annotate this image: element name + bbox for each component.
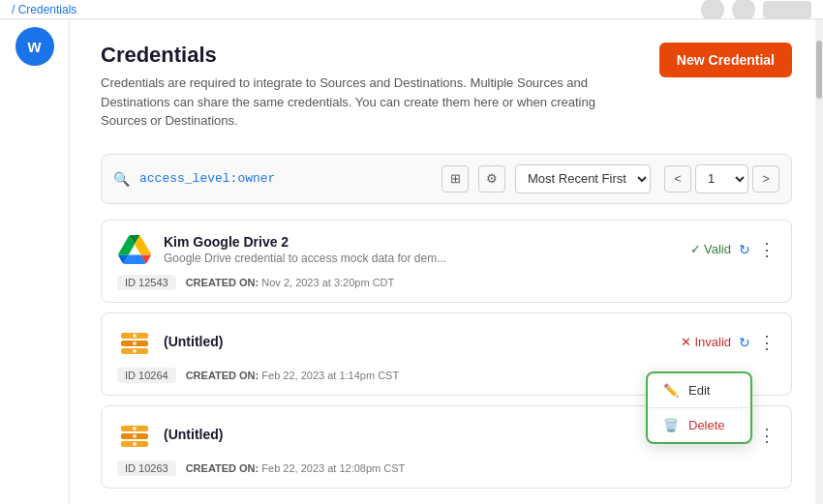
credential-description: Google Drive credential to access mock d…: [164, 252, 446, 265]
filter-icon: ⊞: [450, 171, 461, 186]
credential-id: ID 10263: [117, 460, 176, 476]
x-icon: ✕: [681, 335, 691, 349]
edit-label: Edit: [688, 383, 710, 398]
created-on: CREATED ON: Feb 22, 2023 at 1:14pm CST: [186, 370, 400, 381]
svg-point-9: [133, 427, 137, 430]
created-on: CREATED ON: Nov 2, 2023 at 3:20pm CDT: [186, 277, 395, 288]
sidebar: w: [0, 19, 70, 504]
prev-page-button[interactable]: <: [664, 165, 691, 193]
credential-name: Kim Google Drive 2: [164, 234, 446, 250]
credential-name: (Untitled): [164, 427, 223, 442]
credential-main-row: (Untitled) ✕ Invalid ↻ ⋮: [117, 325, 776, 360]
svg-point-5: [133, 349, 137, 353]
toolbar: 🔍 ⊞ ⚙ Most Recent First Oldest First Nam…: [101, 154, 792, 204]
credential-left: Kim Google Drive 2 Google Drive credenti…: [117, 232, 446, 267]
edit-icon: ✏️: [663, 383, 679, 398]
next-page-button[interactable]: >: [752, 165, 779, 193]
page-title: Credentials: [101, 43, 604, 68]
created-on: CREATED ON: Feb 22, 2023 at 12:08pm CST: [186, 462, 406, 474]
page-header: Credentials Credentials are required to …: [101, 43, 792, 131]
page-number-select[interactable]: 1 2: [695, 164, 748, 193]
sort-select[interactable]: Most Recent First Oldest First Name A-Z …: [515, 164, 651, 193]
credential-icon-warehouse: [117, 418, 152, 453]
sliders-button[interactable]: ⚙: [478, 165, 505, 193]
search-icon: 🔍: [113, 171, 130, 187]
credential-id: ID 10264: [117, 368, 176, 383]
page-title-section: Credentials Credentials are required to …: [101, 43, 604, 131]
pagination-controls: < 1 2 >: [664, 164, 779, 193]
credential-name: (Untitled): [164, 334, 223, 349]
chevron-left-icon: <: [674, 171, 682, 186]
refresh-button[interactable]: ↻: [739, 242, 750, 257]
created-label: CREATED ON:: [186, 277, 259, 288]
more-options-button[interactable]: ⋮: [758, 427, 776, 444]
svg-point-4: [133, 341, 137, 345]
notifications-icon[interactable]: [732, 0, 755, 21]
credential-id: ID 12543: [117, 275, 176, 290]
more-options-button[interactable]: ⋮: [758, 241, 776, 258]
sidebar-nav-button[interactable]: w: [15, 27, 54, 66]
user-avatar[interactable]: [701, 0, 724, 21]
credential-left: (Untitled): [117, 418, 223, 453]
credential-card: (Untitled) ✕ Invalid ↻ ⋮: [101, 312, 792, 396]
credential-right: ✓ Valid ↻ ⋮: [690, 241, 776, 258]
credential-info: (Untitled): [164, 334, 223, 351]
svg-point-11: [133, 442, 137, 446]
credential-icon-warehouse: [117, 325, 152, 360]
credential-meta-row: ID 12543 CREATED ON: Nov 2, 2023 at 3:20…: [117, 275, 776, 290]
edit-menu-item[interactable]: ✏️ Edit: [648, 373, 750, 407]
credential-left: (Untitled): [117, 325, 223, 360]
svg-point-10: [133, 434, 137, 438]
page-description: Credentials are required to integrate to…: [101, 74, 604, 131]
scrollbar-thumb[interactable]: [816, 41, 822, 99]
credential-info: Kim Google Drive 2 Google Drive credenti…: [164, 234, 446, 265]
new-credential-button[interactable]: New Credential: [659, 43, 792, 77]
sliders-icon: ⚙: [486, 171, 498, 186]
refresh-button[interactable]: ↻: [739, 335, 750, 350]
more-options-button[interactable]: ⋮: [758, 334, 776, 351]
search-input[interactable]: [139, 171, 432, 186]
created-label: CREATED ON:: [186, 462, 259, 474]
credentials-list: Kim Google Drive 2 Google Drive credenti…: [101, 220, 792, 498]
delete-menu-item[interactable]: 🗑️ Delete: [648, 408, 750, 442]
refresh-icon: ↻: [739, 242, 750, 257]
credential-card: Kim Google Drive 2 Google Drive credenti…: [101, 220, 792, 303]
refresh-icon: ↻: [739, 335, 750, 350]
credential-right: ✕ Invalid ↻ ⋮: [681, 334, 776, 351]
credential-icon-gdrive: [117, 232, 152, 267]
top-bar: / Credentials: [0, 0, 823, 19]
credential-meta-row: ID 10263 CREATED ON: Feb 22, 2023 at 12:…: [117, 460, 776, 476]
scrollbar-track[interactable]: [815, 19, 823, 504]
workspace-selector[interactable]: [763, 1, 811, 18]
checkmark-icon: ✓: [690, 242, 701, 256]
credential-info: (Untitled): [164, 427, 223, 444]
filter-toggle-button[interactable]: ⊞: [442, 165, 469, 193]
context-menu: ✏️ Edit 🗑️ Delete: [646, 371, 752, 444]
trash-icon: 🗑️: [663, 418, 679, 432]
delete-label: Delete: [688, 418, 725, 432]
chevron-right-icon: >: [762, 171, 770, 186]
main-layout: w Credentials Credentials are required t…: [0, 19, 823, 504]
status-badge: ✕ Invalid: [681, 335, 731, 349]
svg-point-3: [133, 334, 137, 338]
created-label: CREATED ON:: [186, 370, 259, 381]
status-badge: ✓ Valid: [690, 242, 731, 256]
breadcrumb: / Credentials: [12, 3, 76, 16]
credential-main-row: Kim Google Drive 2 Google Drive credenti…: [117, 232, 776, 267]
content-area: Credentials Credentials are required to …: [70, 19, 823, 504]
